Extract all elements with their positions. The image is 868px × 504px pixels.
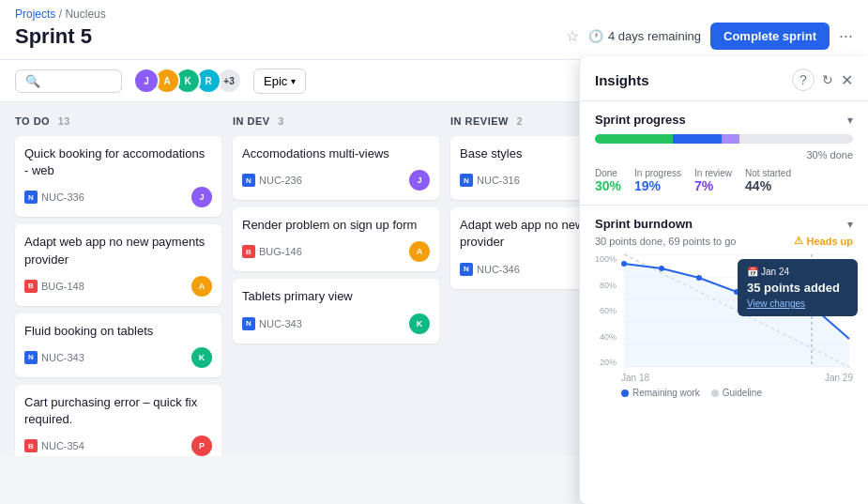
stat-done-label: Done [595, 168, 621, 178]
stat-review-value: 7% [694, 178, 732, 193]
ticket-id: NUC-346 [477, 264, 520, 275]
card-bug-148[interactable]: Adapt web app no new payments provider B… [15, 224, 221, 305]
sprint-progress-title: Sprint progress [595, 113, 686, 127]
page-title: Sprint 5 [15, 24, 92, 49]
sprint-burndown-section: Sprint burndown ▾ 30 points done, 69 poi… [580, 206, 868, 504]
x-label-end: Jan 29 [825, 373, 853, 383]
favorite-button[interactable]: ☆ [566, 27, 579, 45]
svg-point-8 [659, 266, 664, 271]
card-title: Quick booking for accomodations - web [24, 145, 212, 179]
column-header-indev: IN DEV 3 [233, 115, 439, 127]
ticket-id: NUC-354 [41, 440, 84, 451]
refresh-button[interactable]: ↻ [822, 72, 833, 87]
progress-stats: Done 30% In progress 19% In review 7% No… [595, 168, 853, 193]
card-avatar: A [191, 276, 212, 297]
close-panel-button[interactable]: ✕ [841, 71, 853, 89]
sprint-progress-chevron[interactable]: ▾ [847, 114, 853, 127]
avatars-group: J A K R +3 [133, 68, 242, 94]
search-box[interactable]: 🔍 [15, 69, 122, 93]
progress-bar [595, 134, 853, 144]
ticket-icon-bug: B [24, 280, 38, 293]
top-bar: Projects / Nucleus Sprint 5 ☆ 🕐 4 days r… [0, 0, 868, 60]
card-avatar: J [191, 187, 212, 207]
card-avatar: K [409, 313, 430, 334]
stat-review: In review 7% [694, 168, 732, 193]
ticket-icon-bug: B [24, 439, 38, 452]
card-title: Cart purchasing error – quick fix requir… [24, 394, 212, 428]
card-nuc-236[interactable]: Accomodations multi-views N NUC-236 J [233, 136, 439, 200]
legend-dot-gray [711, 389, 719, 397]
stat-inprogress: In progress 19% [634, 168, 681, 193]
search-icon: 🔍 [25, 74, 40, 88]
warning-icon: ⚠ [794, 235, 803, 247]
card-title: Fluid booking on tablets [24, 323, 212, 340]
card-avatar: J [409, 170, 430, 191]
legend-remaining: Remaining work [621, 388, 700, 398]
tooltip-link[interactable]: View changes [747, 298, 805, 309]
burndown-title: Sprint burndown [595, 217, 693, 231]
card-bug-146[interactable]: Render problem on sign up form B BUG-146… [233, 207, 439, 271]
card-title: Tablets primary view [242, 288, 430, 305]
column-header-todo: TO DO 13 [15, 115, 221, 127]
card-title: Render problem on sign up form [242, 217, 430, 234]
stat-notstarted-label: Not started [745, 168, 791, 178]
epic-label: Epic [264, 74, 287, 88]
card-avatar: A [409, 241, 430, 262]
ticket-icon-nuc: N [242, 317, 255, 330]
card-avatar: K [191, 347, 212, 368]
svg-point-9 [696, 275, 702, 281]
insights-panel-title: Insights [595, 72, 649, 88]
progress-inprogress-bar [673, 134, 722, 144]
help-button[interactable]: ? [792, 69, 815, 91]
burndown-chevron[interactable]: ▾ [847, 218, 853, 231]
ticket-id: NUC-343 [41, 352, 84, 363]
chart-legend: Remaining work Guideline [595, 388, 853, 398]
card-nuc-343-todo[interactable]: Fluid booking on tablets N NUC-343 K [15, 313, 221, 377]
x-axis: Jan 18 Jan 29 [595, 373, 853, 383]
progress-done-label: 30% done [806, 149, 853, 160]
burndown-points: 30 points done, 69 points to go [595, 236, 736, 247]
indev-count: 3 [278, 115, 284, 127]
ticket-id: BUG-148 [41, 281, 84, 292]
complete-sprint-button[interactable]: Complete sprint [710, 23, 830, 50]
days-remaining: 🕐 4 days remaining [588, 29, 701, 43]
heads-up-badge: ⚠ Heads up [794, 235, 853, 247]
ticket-icon-nuc: N [242, 174, 255, 187]
legend-dot-blue [621, 389, 629, 397]
card-title: Adapt web app no new payments provider [24, 234, 212, 267]
breadcrumb-parent[interactable]: Projects [15, 8, 55, 21]
card-nuc-354[interactable]: Cart purchasing error – quick fix requir… [15, 385, 221, 456]
card-nuc-343-dev[interactable]: Tablets primary view N NUC-343 K [233, 279, 439, 343]
avatar-1[interactable]: J [133, 68, 160, 94]
ticket-icon-nuc: N [24, 351, 38, 364]
search-input[interactable] [46, 74, 112, 88]
progress-done-bar [595, 134, 673, 144]
card-nuc-336[interactable]: Quick booking for accomodations - web N … [15, 136, 221, 217]
chart-tooltip: 📅 Jan 24 35 points added View changes [738, 259, 858, 316]
epic-filter-button[interactable]: Epic ▾ [253, 69, 306, 94]
breadcrumb-current: Nucleus [65, 8, 105, 21]
inreview-count: 2 [517, 115, 524, 127]
ticket-id: NUC-336 [41, 191, 84, 203]
todo-count: 13 [58, 115, 70, 127]
insights-panel-header: Insights ? ↻ ✕ [580, 56, 868, 101]
tooltip-date: 📅 Jan 24 [747, 267, 848, 277]
ticket-icon-nuc: N [460, 174, 473, 187]
svg-point-7 [621, 261, 627, 267]
ticket-id: BUG-146 [259, 246, 302, 257]
stat-done-value: 30% [595, 178, 621, 193]
stat-notstarted-value: 44% [745, 178, 791, 193]
burndown-chart-container: 100% 80% 60% 40% 20% [595, 254, 853, 398]
y-axis: 100% 80% 60% 40% 20% [595, 254, 620, 367]
more-options-button[interactable]: ··· [839, 26, 853, 46]
stat-inprogress-label: In progress [634, 168, 681, 178]
progress-review-bar [722, 134, 739, 144]
stat-done: Done 30% [595, 168, 621, 193]
chevron-down-icon: ▾ [291, 76, 296, 86]
card-avatar: P [191, 435, 212, 456]
ticket-icon-nuc: N [460, 263, 473, 276]
card-title: Accomodations multi-views [242, 145, 430, 162]
ticket-icon-bug: B [242, 245, 255, 258]
calendar-icon: 📅 [747, 267, 758, 277]
x-label-start: Jan 18 [621, 373, 649, 383]
